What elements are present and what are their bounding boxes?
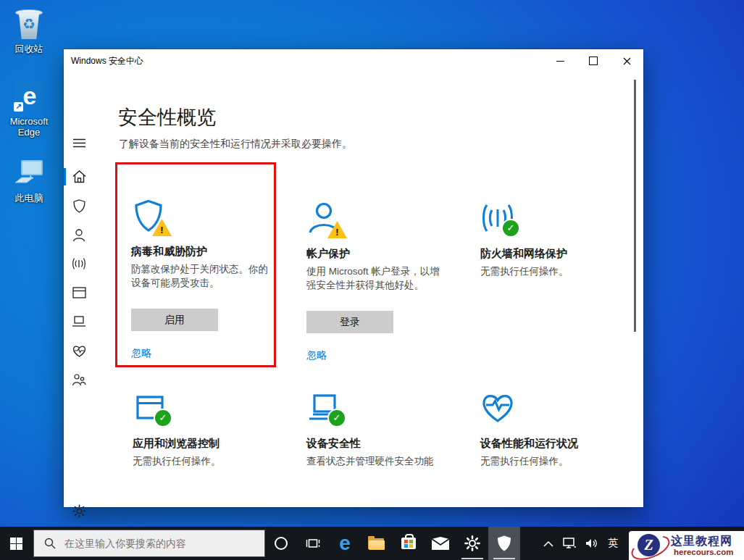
tile-title: 应用和浏览器控制 bbox=[133, 437, 277, 451]
browser-window-icon bbox=[72, 287, 86, 298]
performance-heart-icon bbox=[480, 390, 515, 425]
page-title: 安全性概览 bbox=[118, 104, 216, 130]
tile-device-security[interactable]: ✓ 设备安全性 查看状态并管理硬件安全功能 bbox=[291, 367, 451, 507]
store-icon bbox=[401, 538, 416, 549]
tile-firewall-network[interactable]: ✓ 防火墙和网络保护 无需执行任何操作。 bbox=[464, 164, 625, 367]
dismiss-link[interactable]: 忽略 bbox=[131, 347, 151, 360]
watermark: Z 这里教程网 herecours.com bbox=[629, 531, 744, 560]
watermark-site-url: herecours.com bbox=[674, 548, 733, 556]
desktop-icon-label: Microsoft Edge bbox=[4, 116, 54, 138]
sidebar-item-device-security[interactable] bbox=[64, 309, 94, 334]
file-explorer-button[interactable] bbox=[361, 527, 393, 560]
tile-description: 使用 Microsoft 帐户登录，以增强安全性并获得其他好处。 bbox=[306, 264, 448, 292]
desktop-icon-recycle-bin[interactable]: ♻ 回收站 bbox=[1, 6, 57, 54]
sidebar-item-virus-threat[interactable] bbox=[64, 193, 94, 218]
window-title: Windows 安全中心 bbox=[71, 55, 143, 67]
watermark-logo: Z bbox=[638, 534, 660, 556]
tile-title: 设备安全性 bbox=[306, 437, 451, 451]
task-view-button[interactable] bbox=[297, 527, 329, 560]
desktop-icon-this-pc[interactable]: 此电脑 bbox=[1, 155, 57, 204]
minimize-button[interactable] bbox=[543, 49, 577, 72]
watermark-site-name: 这里教程网 bbox=[671, 534, 732, 549]
device-security-laptop-icon: ✓ bbox=[306, 390, 341, 425]
sidebar-item-firewall[interactable] bbox=[64, 251, 94, 276]
shield-icon bbox=[73, 199, 85, 213]
shortcut-arrow-icon: ↗ bbox=[14, 102, 23, 112]
store-button[interactable] bbox=[393, 527, 425, 560]
person-icon bbox=[72, 228, 85, 242]
tile-account-protection[interactable]: ! 帐户保护 使用 Microsoft 帐户登录，以增强安全性并获得其他好处。 … bbox=[291, 164, 451, 367]
tile-title: 病毒和威胁防护 bbox=[131, 245, 274, 259]
windows-logo-icon bbox=[10, 538, 22, 550]
virus-shield-icon: ! bbox=[131, 198, 166, 233]
tray-network-button[interactable] bbox=[559, 527, 580, 560]
search-input[interactable] bbox=[63, 537, 247, 550]
laptop-icon bbox=[72, 316, 86, 327]
maximize-button[interactable] bbox=[577, 49, 610, 72]
defender-shield-icon bbox=[497, 535, 511, 551]
sidebar-item-app-browser[interactable] bbox=[64, 280, 94, 305]
tray-chevron-button[interactable] bbox=[538, 527, 559, 560]
windows-security-window: Windows 安全中心 bbox=[64, 49, 643, 507]
taskbar-edge-button[interactable]: e bbox=[329, 527, 361, 560]
dismiss-link[interactable]: 忽略 bbox=[306, 349, 327, 362]
desktop-icon-label: 此电脑 bbox=[1, 193, 57, 204]
tile-title: 设备性能和运行状况 bbox=[480, 437, 625, 451]
enable-button[interactable]: 启用 bbox=[131, 309, 218, 331]
edge-icon: e ↗ bbox=[12, 78, 46, 113]
mail-icon bbox=[432, 537, 449, 550]
sidebar-item-performance[interactable] bbox=[64, 338, 94, 363]
home-icon bbox=[72, 170, 86, 183]
page-subtitle: 了解设备当前的安全性和运行情况并采取必要操作。 bbox=[119, 138, 352, 151]
tile-title: 帐户保护 bbox=[306, 247, 451, 261]
window-titlebar[interactable]: Windows 安全中心 bbox=[64, 49, 643, 72]
cortana-button[interactable] bbox=[265, 527, 297, 560]
sign-in-button[interactable]: 登录 bbox=[306, 311, 393, 333]
account-person-icon: ! bbox=[306, 201, 341, 235]
ok-badge: ✓ bbox=[501, 219, 520, 238]
close-button[interactable] bbox=[610, 49, 643, 72]
folder-icon bbox=[368, 536, 385, 551]
speaker-icon bbox=[585, 538, 598, 549]
gear-icon bbox=[72, 504, 86, 518]
tile-description: 无需执行任何操作。 bbox=[133, 454, 275, 468]
firewall-network-icon: ✓ bbox=[480, 201, 515, 235]
settings-button[interactable] bbox=[456, 527, 488, 560]
menu-button[interactable] bbox=[64, 130, 94, 155]
search-icon bbox=[44, 538, 56, 549]
start-button[interactable] bbox=[0, 527, 32, 560]
sidebar-item-home[interactable] bbox=[64, 164, 94, 189]
tray-volume-button[interactable] bbox=[580, 527, 602, 560]
heart-pulse-icon bbox=[72, 345, 86, 357]
sidebar bbox=[64, 72, 94, 507]
chevron-up-icon bbox=[543, 540, 553, 547]
desktop-icon-edge[interactable]: e ↗ Microsoft Edge bbox=[1, 78, 57, 138]
ime-indicator: 英 bbox=[608, 537, 618, 550]
mail-button[interactable] bbox=[425, 527, 456, 560]
sidebar-item-family[interactable] bbox=[64, 367, 94, 392]
tile-app-browser-control[interactable]: ✓ 应用和浏览器控制 无需执行任何操作。 bbox=[117, 367, 277, 507]
app-browser-icon: ✓ bbox=[133, 390, 167, 425]
scrollbar-thumb[interactable] bbox=[634, 80, 636, 332]
network-icon bbox=[563, 538, 576, 549]
sidebar-item-settings[interactable] bbox=[64, 498, 94, 523]
task-view-icon bbox=[306, 537, 320, 550]
running-indicator bbox=[493, 558, 515, 559]
tile-description: 防篡改保护处于关闭状态。你的设备可能易受攻击。 bbox=[131, 262, 273, 290]
windows-security-taskbar-button[interactable] bbox=[488, 527, 520, 560]
hamburger-icon bbox=[73, 138, 85, 148]
sidebar-item-account[interactable] bbox=[64, 222, 94, 247]
desktop: ♻ 回收站 e ↗ Microsoft Edge 此电脑 Windows 安全中… bbox=[0, 0, 744, 560]
desktop-icon-label: 回收站 bbox=[1, 43, 57, 54]
family-icon bbox=[72, 373, 86, 386]
tile-device-performance[interactable]: 设备性能和运行状况 无需执行任何操作。 bbox=[464, 367, 625, 507]
tile-virus-threat-protection[interactable]: ! 病毒和威胁防护 防篡改保护处于关闭状态。你的设备可能易受攻击。 启用 忽略 bbox=[115, 162, 276, 367]
network-signal-icon bbox=[72, 257, 86, 270]
edge-icon: e bbox=[339, 533, 351, 553]
tray-ime-button[interactable]: 英 bbox=[602, 527, 624, 560]
running-indicator bbox=[461, 558, 483, 559]
ok-badge: ✓ bbox=[154, 409, 172, 427]
tile-description: 无需执行任何操作。 bbox=[480, 454, 622, 468]
taskbar-search[interactable] bbox=[33, 530, 265, 557]
ok-badge: ✓ bbox=[327, 409, 346, 427]
